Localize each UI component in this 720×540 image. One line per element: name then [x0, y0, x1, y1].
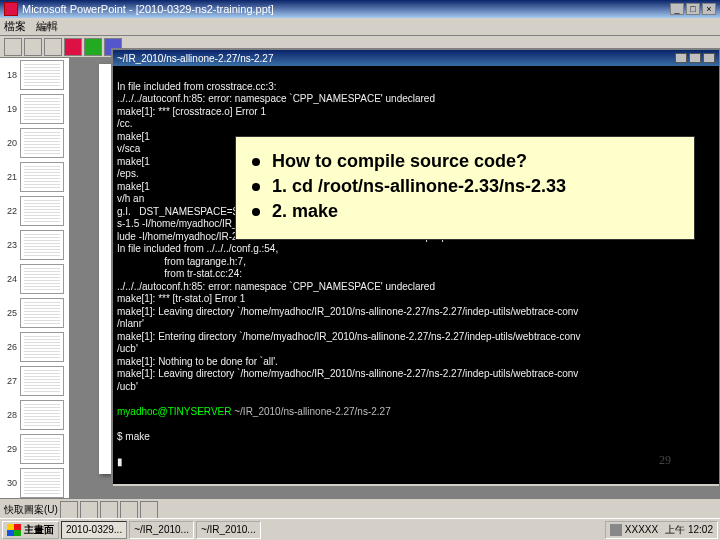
slide-preview[interactable]	[20, 230, 64, 260]
line-tool[interactable]	[60, 501, 78, 519]
terminal-close[interactable]	[703, 53, 715, 63]
tray-app: XXXXX	[625, 524, 658, 535]
rect-tool[interactable]	[100, 501, 118, 519]
terminal-line: ../../../autoconf.h:85: error: namespace…	[117, 93, 715, 106]
arrow-tool[interactable]	[80, 501, 98, 519]
terminal-prompt-user: myadhoc@TINYSERVER	[117, 406, 231, 417]
task-powerpoint[interactable]: 2010-0329...	[61, 521, 127, 539]
slide-thumb[interactable]: 23	[0, 228, 69, 262]
windows-logo-icon	[7, 524, 21, 536]
new-button[interactable]	[4, 38, 22, 56]
note-box[interactable]: How to compile source code? 1. cd /root/…	[235, 136, 695, 240]
slide-number: 28	[3, 410, 17, 420]
slide-preview[interactable]	[20, 196, 64, 226]
terminal-line: make[1]: Entering directory `/home/myadh…	[117, 331, 715, 344]
menu-file[interactable]: 檔案	[4, 19, 26, 34]
slide-thumb[interactable]: 24	[0, 262, 69, 296]
slide-thumb[interactable]: 22	[0, 194, 69, 228]
autoshape-button[interactable]: 快取圖案(U)	[4, 503, 58, 517]
note-line-1: How to compile source code?	[252, 151, 678, 172]
slide-number: 23	[3, 240, 17, 250]
terminal-prompt-cmd: $ make	[117, 431, 715, 444]
open-button[interactable]	[24, 38, 42, 56]
slide-thumb[interactable]: 26	[0, 330, 69, 364]
slide-panel[interactable]: 18192021222324252627282930	[0, 58, 70, 498]
slide-thumb[interactable]: 18	[0, 58, 69, 92]
terminal-title: ~/IR_2010/ns-allinone-2.27/ns-2.27	[117, 53, 274, 64]
terminal-line: make[1]: Leaving directory `/home/myadho…	[117, 306, 715, 319]
slide-number: 30	[3, 478, 17, 488]
titlebar: Microsoft PowerPoint - [2010-0329-ns2-tr…	[0, 0, 720, 18]
slide-number: 26	[3, 342, 17, 352]
slide-number: 22	[3, 206, 17, 216]
slide-thumb[interactable]: 20	[0, 126, 69, 160]
slide-preview[interactable]	[20, 298, 64, 328]
slide-thumb[interactable]: 28	[0, 398, 69, 432]
clock: 上午 12:02	[665, 523, 713, 537]
slide-preview[interactable]	[20, 400, 64, 430]
minimize-button[interactable]: _	[670, 3, 684, 15]
slide-number: 24	[3, 274, 17, 284]
slide-preview[interactable]	[20, 434, 64, 464]
terminal-titlebar[interactable]: ~/IR_2010/ns-allinone-2.27/ns-2.27	[113, 50, 719, 66]
slide-thumb[interactable]: 27	[0, 364, 69, 398]
slide-preview[interactable]	[20, 128, 64, 158]
slide-number: 21	[3, 172, 17, 182]
powerpoint-icon	[4, 2, 18, 16]
menu-edit[interactable]: 編輯	[36, 19, 58, 34]
slide-area: ~/IR_2010/ns-allinone-2.27/ns-2.27 In fi…	[70, 58, 720, 498]
close-button[interactable]: ×	[702, 3, 716, 15]
system-tray[interactable]: XXXXX 上午 12:02	[605, 521, 718, 539]
app-name: Microsoft PowerPoint	[22, 3, 126, 15]
slide-number: 27	[3, 376, 17, 386]
terminal-line: make[1]: *** [crosstrace.o] Error 1	[117, 106, 715, 119]
drawing-toolbar[interactable]: 快取圖案(U)	[0, 498, 720, 520]
slide-number: 25	[3, 308, 17, 318]
terminal-minimize[interactable]	[675, 53, 687, 63]
slide-preview[interactable]	[20, 60, 64, 90]
slide-preview[interactable]	[20, 332, 64, 362]
taskbar[interactable]: 主畫面 2010-0329... ~/IR_2010... ~/IR_2010.…	[0, 518, 720, 540]
slide-preview[interactable]	[20, 264, 64, 294]
terminal-maximize[interactable]	[689, 53, 701, 63]
terminal-body[interactable]: In file included from crosstrace.cc:3:..…	[113, 66, 719, 484]
menubar[interactable]: 檔案 編輯	[0, 18, 720, 36]
terminal-line: make[1]: Leaving directory `/home/myadho…	[117, 368, 715, 381]
terminal-line: In file included from crosstrace.cc:3:	[117, 81, 715, 94]
terminal-line: from tr-stat.cc:24:	[117, 268, 715, 281]
slide-preview[interactable]	[20, 366, 64, 396]
slide-thumb[interactable]: 21	[0, 160, 69, 194]
slide-preview[interactable]	[20, 162, 64, 192]
slide-thumb[interactable]: 30	[0, 466, 69, 498]
color-red-button[interactable]	[64, 38, 82, 56]
color-green-button[interactable]	[84, 38, 102, 56]
page-number: 29	[659, 453, 671, 468]
save-button[interactable]	[44, 38, 62, 56]
terminal-line: make[1]: *** [tr-stat.o] Error 1	[117, 293, 715, 306]
slide-preview[interactable]	[20, 94, 64, 124]
terminal-line: In file included from ../../../conf.g.:5…	[117, 243, 715, 256]
tray-icon[interactable]	[610, 524, 622, 536]
workspace: 18192021222324252627282930 ~/IR_2010/ns-…	[0, 58, 720, 498]
terminal-line: /ucb'	[117, 381, 715, 394]
note-line-2: 1. cd /root/ns-allinone-2.33/ns-2.33	[252, 176, 678, 197]
maximize-button[interactable]: □	[686, 3, 700, 15]
terminal-line: from tagrange.h:7,	[117, 256, 715, 269]
terminal-window[interactable]: ~/IR_2010/ns-allinone-2.27/ns-2.27 In fi…	[111, 48, 720, 488]
terminal-line: make[1]: Nothing to be done for `all'.	[117, 356, 715, 369]
window-controls: _ □ ×	[670, 3, 716, 15]
task-terminal-1[interactable]: ~/IR_2010...	[129, 521, 194, 539]
slide-number: 20	[3, 138, 17, 148]
task-terminal-2[interactable]: ~/IR_2010...	[196, 521, 261, 539]
slide-thumb[interactable]: 25	[0, 296, 69, 330]
start-button[interactable]: 主畫面	[2, 521, 59, 539]
slide-canvas[interactable]: ~/IR_2010/ns-allinone-2.27/ns-2.27 In fi…	[99, 64, 691, 474]
terminal-line: ../../../autoconf.h:85: error: namespace…	[117, 281, 715, 294]
slide-preview[interactable]	[20, 468, 64, 498]
terminal-prompt-path: ~/IR_2010/ns-allinone-2.27/ns-2.27	[234, 406, 391, 417]
terminal-line: /ucb'	[117, 343, 715, 356]
slide-thumb[interactable]: 19	[0, 92, 69, 126]
textbox-tool[interactable]	[140, 501, 158, 519]
oval-tool[interactable]	[120, 501, 138, 519]
slide-thumb[interactable]: 29	[0, 432, 69, 466]
